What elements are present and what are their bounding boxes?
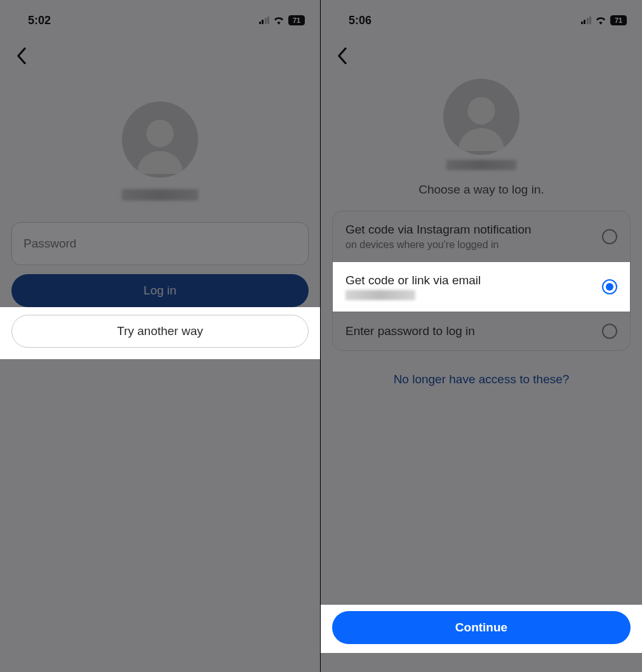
chevron-left-icon — [337, 48, 348, 64]
back-button[interactable] — [9, 43, 34, 69]
avatar — [122, 102, 198, 178]
login-form: Password Log in Try another way — [0, 222, 320, 359]
battery-icon: 71 — [610, 15, 627, 25]
cellular-icon — [259, 16, 270, 24]
status-icons: 71 — [581, 15, 627, 25]
option-instagram-notification[interactable]: Get code via Instagram notification on d… — [333, 211, 630, 262]
avatar-block — [0, 102, 320, 201]
battery-icon: 71 — [288, 15, 305, 25]
svg-point-1 — [467, 97, 495, 124]
avatar — [443, 79, 519, 155]
option-title: Get code via Instagram notification — [345, 223, 532, 237]
continue-bar: Continue — [321, 605, 642, 653]
try-another-way-button[interactable]: Try another way — [11, 315, 309, 348]
wifi-icon — [273, 16, 284, 25]
status-time: 5:06 — [349, 14, 371, 27]
status-bar: 5:06 71 — [321, 0, 642, 32]
chevron-left-icon — [16, 48, 27, 64]
continue-label: Continue — [455, 621, 507, 635]
radio-unselected-icon — [602, 229, 617, 244]
option-enter-password[interactable]: Enter password to log in — [333, 312, 630, 350]
try-another-way-label: Try another way — [117, 324, 203, 338]
back-button[interactable] — [330, 43, 355, 69]
no-access-link[interactable]: No longer have access to these? — [321, 372, 642, 386]
option-email-code[interactable]: Get code or link via email — [333, 262, 630, 312]
login-button[interactable]: Log in — [11, 274, 309, 307]
option-title: Enter password to log in — [345, 324, 475, 338]
status-icons: 71 — [259, 15, 305, 25]
login-label: Log in — [144, 284, 177, 298]
screenshot-right: 5:06 71 Choose a way to log in. Get code… — [321, 0, 642, 672]
screenshot-left: 5:02 71 Password Log in Try another way — [0, 0, 321, 672]
status-bar: 5:02 71 — [0, 0, 320, 32]
choose-way-subtitle: Choose a way to log in. — [418, 183, 544, 197]
option-title: Get code or link via email — [345, 273, 481, 287]
username-redacted — [122, 189, 198, 201]
password-placeholder: Password — [23, 237, 76, 251]
svg-point-0 — [146, 120, 173, 147]
option-subtitle-redacted — [345, 290, 415, 300]
status-time: 5:02 — [28, 14, 51, 27]
option-subtitle: on devices where you're logged in — [345, 239, 532, 251]
password-input[interactable]: Password — [11, 222, 309, 265]
wifi-icon — [595, 16, 606, 25]
login-options-card: Get code via Instagram notification on d… — [332, 211, 631, 351]
avatar-block: Choose a way to log in. — [321, 79, 642, 197]
radio-unselected-icon — [602, 324, 617, 339]
radio-selected-icon — [602, 279, 617, 294]
username-redacted — [446, 160, 516, 170]
cellular-icon — [581, 16, 592, 24]
continue-button[interactable]: Continue — [332, 611, 631, 644]
